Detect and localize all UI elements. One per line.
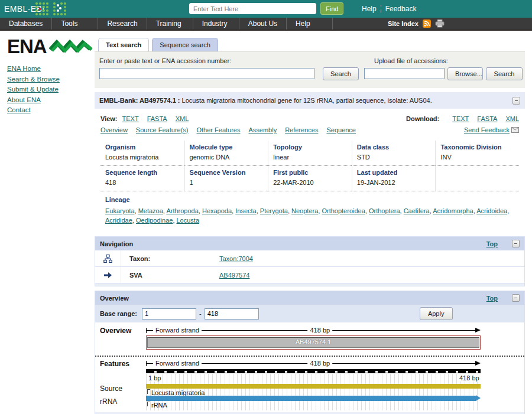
apply-button[interactable]: Apply: [420, 307, 453, 320]
ruler-start-label: 1 bp: [147, 374, 162, 382]
tab-sequence-search[interactable]: Sequence search: [152, 38, 218, 51]
sidebar-item-search-browse[interactable]: Search & Browse: [7, 76, 60, 83]
help-link[interactable]: Help: [362, 5, 377, 13]
accession-search-input[interactable]: [99, 68, 314, 79]
field-topology: Topologylinear: [268, 141, 352, 166]
nav-item-help[interactable]: Help: [287, 18, 333, 30]
lineage-link[interactable]: Acrididae: [105, 217, 132, 224]
record-nav-source-features[interactable]: Source Feature(s): [136, 126, 189, 133]
find-button[interactable]: Find: [320, 2, 343, 15]
record-nav-other-features[interactable]: Other Features: [197, 126, 241, 133]
sidebar-item-ena-home[interactable]: ENA Home: [7, 65, 41, 72]
send-feedback-link[interactable]: Send Feedback: [464, 126, 510, 133]
site-index-link[interactable]: Site Index: [388, 20, 419, 27]
sequence-box[interactable]: AB497574.1: [146, 335, 481, 350]
lineage-link[interactable]: Acridomorpha: [433, 207, 473, 214]
nav-item-research[interactable]: Research: [98, 18, 147, 30]
ruler-end-label: 418 bp: [458, 374, 481, 382]
tab-text-search[interactable]: Text search: [98, 38, 149, 51]
field-sequence-version: Sequence Version1: [184, 166, 268, 191]
lineage-link[interactable]: Orthopteroidea: [322, 207, 365, 214]
sidebar-item-contact[interactable]: Contact: [7, 106, 31, 113]
field-empty: [435, 166, 519, 191]
taxonomy-tree-icon: [103, 255, 112, 263]
feedback-link[interactable]: Feedback: [385, 5, 417, 13]
collapse-record-icon[interactable]: [512, 97, 520, 105]
record-nav-assembly[interactable]: Assembly: [248, 126, 277, 133]
lineage-link[interactable]: Pterygota: [260, 207, 288, 214]
view-xml-link[interactable]: XML: [176, 115, 189, 122]
record-section: EMBL-Bank: AB497574.1 : Locusta migrator…: [95, 92, 525, 232]
overview-top-link[interactable]: Top: [486, 295, 498, 302]
upload-accessions-label: Upload file of accessions:: [374, 57, 448, 64]
source-feature-bar[interactable]: [146, 384, 481, 389]
navigation-top-link[interactable]: Top: [486, 240, 498, 247]
field-first-public: First public22-MAR-2010: [268, 166, 352, 191]
lineage-link[interactable]: Neoptera: [291, 207, 318, 214]
collapse-overview-icon[interactable]: [512, 294, 520, 302]
record-title-bar: EMBL-Bank: AB497574.1 : Locusta migrator…: [95, 92, 525, 109]
rrna-track-label: rRNA: [100, 397, 117, 406]
view-fasta-link[interactable]: FASTA: [147, 115, 167, 122]
record-nav-references[interactable]: References: [285, 126, 318, 133]
download-text-link[interactable]: TEXT: [452, 115, 469, 122]
sequence-ruler: [146, 369, 481, 373]
lineage-link[interactable]: Oedipodinae: [136, 217, 173, 224]
upload-search-button[interactable]: Search: [486, 67, 523, 80]
taxon-link[interactable]: Taxon:7004: [219, 255, 253, 262]
nav-item-training[interactable]: Training: [147, 18, 193, 30]
sidebar-item-about-ena[interactable]: About ENA: [7, 96, 41, 103]
rrna-feature-bar[interactable]: [146, 396, 476, 401]
upload-file-input[interactable]: [364, 68, 445, 79]
text-search-button[interactable]: Search: [323, 67, 359, 80]
nav-item-industry[interactable]: Industry: [193, 18, 239, 30]
taxon-row-label: Taxon:: [121, 255, 219, 262]
lineage-label: Lineage: [105, 196, 514, 203]
sidebar: ENA ENA Home Search & Browse Submit & Up…: [0, 31, 95, 414]
base-range-from-input[interactable]: [142, 308, 196, 320]
header-divider: [381, 5, 381, 13]
track-divider: [95, 356, 524, 357]
base-range-to-input[interactable]: [205, 308, 259, 320]
printer-icon[interactable]: [435, 19, 445, 28]
collapse-navigation-icon[interactable]: [512, 240, 520, 247]
lineage-link[interactable]: Acridoidea: [476, 207, 507, 214]
nav-item-tools[interactable]: Tools: [52, 18, 98, 30]
ena-logo-text: ENA: [7, 37, 47, 57]
search-tabs: Text search Sequence search: [95, 38, 525, 51]
nav-item-databases[interactable]: Databases: [0, 18, 52, 30]
lineage-link[interactable]: Locusta: [177, 217, 200, 224]
envelope-icon: [511, 127, 519, 133]
record-nav-sequence[interactable]: Sequence: [326, 126, 356, 133]
base-range-bar: Base range: - Apply: [95, 305, 524, 322]
lineage-link[interactable]: Insecta: [235, 207, 256, 214]
header-links: Help Feedback: [362, 5, 416, 13]
ena-logo: ENA: [7, 37, 95, 57]
nav-item-about-us[interactable]: About Us: [239, 18, 287, 30]
length-label: 418 bp: [307, 359, 332, 367]
field-last-updated: Last updated19-JAN-2012: [352, 166, 436, 191]
download-xml-link[interactable]: XML: [505, 115, 519, 122]
lineage-link[interactable]: Caelifera: [404, 207, 430, 214]
arrow-right-icon: [103, 272, 112, 279]
lineage-link[interactable]: Arthropoda: [166, 207, 198, 214]
navigation-row-taxon: Taxon: Taxon:7004: [95, 250, 524, 267]
sidebar-item-submit-update[interactable]: Submit & Update: [7, 86, 59, 93]
lineage-link[interactable]: Eukaryota: [105, 207, 135, 214]
sva-link[interactable]: AB497574: [219, 272, 249, 279]
site-search-input[interactable]: [189, 3, 316, 14]
dna-helix-icon: [49, 38, 94, 56]
field-molecule-type: Molecule typegenomic DNA: [184, 141, 268, 166]
rss-icon[interactable]: [423, 19, 431, 28]
download-fasta-link[interactable]: FASTA: [477, 115, 497, 122]
record-nav-overview[interactable]: Overview: [100, 126, 128, 133]
overview-strand-line: Forward strand 418 bp: [146, 326, 481, 334]
lineage-link[interactable]: Orthoptera: [369, 207, 400, 214]
length-label: 418 bp: [307, 326, 332, 334]
browse-button[interactable]: Browse...: [447, 67, 483, 80]
overview-section: Overview Top Base range: - Apply Overvie…: [95, 291, 525, 414]
lineage-link[interactable]: Hexapoda: [202, 207, 232, 214]
forward-strand-label: Forward strand: [153, 326, 202, 334]
lineage-link[interactable]: Metazoa: [138, 207, 163, 214]
view-text-link[interactable]: TEXT: [122, 115, 139, 122]
